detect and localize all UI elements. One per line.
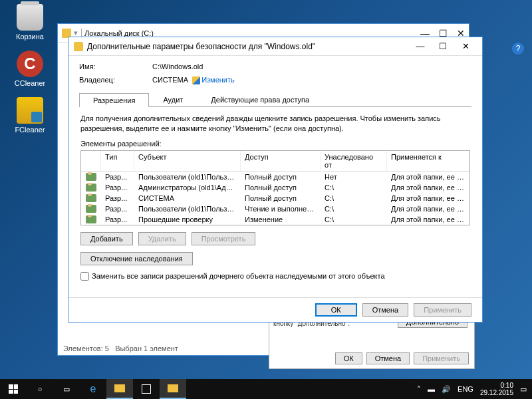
apply-button[interactable]: Применить xyxy=(414,352,469,364)
cell-subject: Пользователи (old1\Пользо... xyxy=(134,172,241,182)
replace-entries-checkbox[interactable] xyxy=(80,272,89,281)
cell-type: Разр... xyxy=(101,183,134,192)
add-button[interactable]: Добавить xyxy=(80,232,133,245)
name-value: C:\Windows.old xyxy=(152,63,203,70)
folder-icon xyxy=(74,42,83,51)
notifications-icon[interactable]: ▭ xyxy=(520,385,527,394)
col-applies[interactable]: Применяется к xyxy=(387,151,469,171)
change-owner-link[interactable]: Изменить xyxy=(201,76,235,84)
maximize-icon[interactable]: ☐ xyxy=(432,39,454,55)
users-icon xyxy=(86,194,96,202)
windows-logo-icon xyxy=(9,384,18,394)
col-inherited[interactable]: Унаследовано от xyxy=(321,151,387,171)
explorer-statusbar: Элементов: 5 Выбран 1 элемент xyxy=(63,344,178,352)
minimize-icon[interactable]: — xyxy=(409,39,432,55)
taskbar: ○ ▭ e ˄ ▬ 🔊 ENG 0:10 29.12.2015 ▭ xyxy=(0,379,532,399)
cell-type: Разр... xyxy=(101,204,134,213)
tab-strip: Разрешения Аудит Действующие права досту… xyxy=(79,92,471,107)
cell-inherited: Нет xyxy=(321,172,387,182)
tab-permissions[interactable]: Разрешения xyxy=(79,93,149,107)
view-button[interactable]: Просмотреть xyxy=(192,232,256,245)
col-access[interactable]: Доступ xyxy=(241,151,321,171)
table-row[interactable]: Разр...Пользователи (old1\Пользо...Чтени… xyxy=(81,203,469,214)
fcleaner-icon xyxy=(17,97,43,124)
users-icon xyxy=(86,184,96,192)
owner-value: СИСТЕМА xyxy=(152,76,188,84)
recycle-bin-icon xyxy=(17,4,43,31)
replace-entries-label: Заменить все записи разрешений дочернего… xyxy=(92,272,385,280)
cell-access: Полный доступ xyxy=(241,183,321,192)
taskview-button[interactable]: ▭ xyxy=(53,379,80,399)
network-icon[interactable]: ▬ xyxy=(428,385,435,393)
help-icon[interactable]: ? xyxy=(512,43,524,55)
clock[interactable]: 0:10 29.12.2015 xyxy=(480,382,513,396)
search-button[interactable]: ○ xyxy=(27,379,53,399)
cell-access: Полный доступ xyxy=(241,172,321,182)
cancel-button[interactable]: Отмена xyxy=(366,352,410,364)
tab-effective[interactable]: Действующие права доступа xyxy=(197,92,323,106)
desktop-icon-ccleaner[interactable]: CCleaner xyxy=(7,51,53,87)
cell-type: Разр... xyxy=(101,172,134,182)
security-titlebar[interactable]: Дополнительные параметры безопасности дл… xyxy=(68,37,482,56)
tab-audit[interactable]: Аудит xyxy=(149,92,197,106)
ok-button[interactable]: ОК xyxy=(335,352,362,364)
desktop-icon-fcleaner[interactable]: FCleaner xyxy=(7,97,53,134)
explorer-taskbar-button[interactable] xyxy=(106,379,133,399)
cell-subject: СИСТЕМА xyxy=(134,194,241,203)
volume-icon[interactable]: 🔊 xyxy=(442,385,451,394)
explorer-title-text: Локальный диск (C:) xyxy=(84,29,154,37)
security-dialog: Дополнительные параметры безопасности дл… xyxy=(68,37,483,323)
cell-applies: Для этой папки, ее подпапок ... xyxy=(387,172,469,182)
cell-type: Разр... xyxy=(101,194,134,203)
cell-inherited: C:\ xyxy=(321,194,387,203)
name-label: Имя: xyxy=(79,63,152,70)
apply-button[interactable]: Применить xyxy=(414,303,471,317)
tray-chevron-icon[interactable]: ˄ xyxy=(417,385,421,394)
cell-access: Полный доступ xyxy=(241,194,321,203)
language-indicator[interactable]: ENG xyxy=(458,385,473,393)
table-row[interactable]: Разр...Прошедшие проверкуИзменениеC:\Для… xyxy=(81,214,469,225)
desktop-icon-recycle[interactable]: Корзина xyxy=(7,4,53,41)
close-icon[interactable]: ✕ xyxy=(454,39,477,55)
cell-subject: Пользователи (old1\Пользо... xyxy=(134,204,241,213)
permissions-hint: Для получения дополнительных сведений дв… xyxy=(80,114,470,134)
cell-type: Разр... xyxy=(101,215,134,224)
cancel-button[interactable]: Отмена xyxy=(362,303,408,317)
shield-icon xyxy=(192,76,200,84)
table-row[interactable]: Разр...Пользователи (old1\Пользо...Полны… xyxy=(81,172,469,182)
start-button[interactable] xyxy=(0,379,27,399)
owner-label: Владелец: xyxy=(79,76,152,84)
col-type[interactable]: Тип xyxy=(101,151,134,171)
col-subject[interactable]: Субъект xyxy=(134,151,241,171)
edge-button[interactable]: e xyxy=(80,379,106,399)
cell-subject: Прошедшие проверку xyxy=(134,215,241,224)
elements-label: Элементы разрешений: xyxy=(80,140,470,148)
users-icon xyxy=(86,215,96,223)
ok-button[interactable]: ОК xyxy=(315,303,357,317)
cell-applies: Для этой папки, ее подпапок ... xyxy=(387,215,469,224)
cell-applies: Для этой папки, ее подпапок ... xyxy=(387,204,469,213)
permissions-table: Тип Субъект Доступ Унаследовано от Приме… xyxy=(80,150,470,225)
cell-applies: Для этой папки, ее подпапок ... xyxy=(387,183,469,192)
cell-inherited: C:\ xyxy=(321,204,387,213)
disable-inheritance-button[interactable]: Отключение наследования xyxy=(80,252,193,265)
cell-access: Изменение xyxy=(241,215,321,224)
table-row[interactable]: Разр...СИСТЕМАПолный доступC:\Для этой п… xyxy=(81,193,469,203)
table-row[interactable]: Разр...Администраторы (old1\Адм...Полный… xyxy=(81,182,469,193)
ccleaner-icon xyxy=(17,51,43,77)
cell-inherited: C:\ xyxy=(321,215,387,224)
cell-access: Чтение и выполнение xyxy=(241,204,321,213)
icon-label: CCleaner xyxy=(7,79,53,87)
users-icon xyxy=(86,173,96,181)
remove-button[interactable]: Удалить xyxy=(138,232,186,245)
store-button[interactable] xyxy=(133,379,160,399)
cell-subject: Администраторы (old1\Адм... xyxy=(134,183,241,192)
icon-label: FCleaner xyxy=(7,126,53,134)
icon-label: Корзина xyxy=(7,33,53,41)
dialog-title: Дополнительные параметры безопасности дл… xyxy=(87,42,315,51)
users-icon xyxy=(86,205,96,213)
cell-inherited: C:\ xyxy=(321,183,387,192)
folder-taskbar-button[interactable] xyxy=(160,379,186,399)
cell-applies: Для этой папки, ее подпапок ... xyxy=(387,194,469,203)
